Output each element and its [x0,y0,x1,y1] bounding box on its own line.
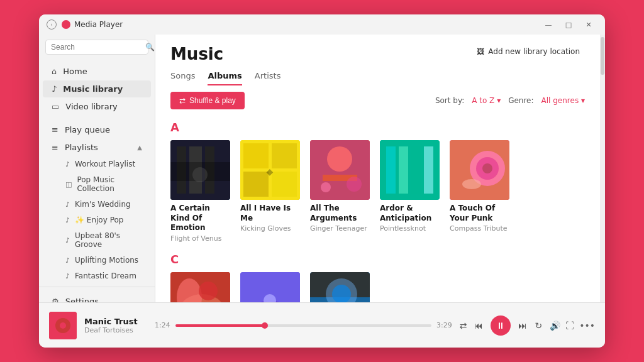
album-thumb-a2: ◆ [240,140,300,200]
playlist-item-enjoy-pop[interactable]: ♪ ✨ Enjoy Pop [43,212,151,228]
genre-value[interactable]: All genres ▾ [541,96,585,105]
playlist-music-icon-3: ♪ [65,200,70,209]
album-thumb-c2 [240,272,300,302]
sidebar-playlists-header[interactable]: ≡ Playlists ▲ [43,139,151,156]
add-library-button[interactable]: 🖼 Add new library location [472,45,585,58]
sidebar: 🔍 ⌂ Home ♪ Music library ▭ Video library [39,35,155,302]
genre-label: Genre: [508,96,533,105]
repeat-button[interactable]: ↻ [535,321,542,331]
album-artist-a5: Compass Tribute [450,224,509,233]
sort-value[interactable]: A to Z ▾ [472,96,501,105]
playlist-item-fantastic[interactable]: ♪ Fantastic Dream [43,268,151,283]
svg-rect-20 [411,146,421,194]
album-card-a4[interactable]: Ardor & Anticipation Pointlessknot [380,140,440,243]
album-name-a3: All The Arguments [310,204,370,223]
total-time: 3:29 [436,321,452,329]
progress-fill [175,324,265,327]
svg-point-25 [482,163,492,173]
album-card-a5[interactable]: A Touch Of Your Punk Compass Tribute [450,140,509,243]
album-card-a1[interactable]: A Certain Kind Of Emotion Flight of Venu… [170,140,230,243]
home-icon: ⌂ [52,67,57,76]
back-button[interactable]: ‹ [47,19,57,30]
sidebar-item-settings[interactable]: ⚙ Settings [43,293,151,302]
shuffle-play-button[interactable]: ⇄ Shuffle & play [170,92,245,109]
shuffle-label: Shuffle & play [189,96,236,105]
previous-button[interactable]: ⏮ [474,321,483,331]
playlist-pop-label: Pop Music Collection [77,175,142,193]
playlist-fantastic-label: Fantastic Dream [75,272,136,280]
minimize-button[interactable]: — [540,18,557,31]
add-library-icon: 🖼 [477,47,484,56]
app-title: Media Player [74,20,540,29]
svg-point-26 [462,179,481,189]
playlist-wedding-label: Kim's Wedding [75,200,131,209]
svg-rect-9 [243,172,269,197]
content-actions: 🖼 Add new library location [472,45,585,58]
album-card-c2[interactable]: Compromise Moves Fast Pete Brown [240,272,300,302]
album-card-c1[interactable]: Complete Strangers Corbin Revival [170,272,230,302]
albums-row-a: A Certain Kind Of Emotion Flight of Venu… [170,140,585,243]
sidebar-item-play-queue[interactable]: ≡ Play queue [43,121,151,138]
sort-genre-controls: Sort by: A to Z ▾ Genre: All genres ▾ [435,96,585,105]
maximize-button[interactable]: □ [560,18,577,31]
album-thumb-c3 [310,272,370,302]
svg-point-13 [327,146,352,172]
now-playing-progress: 1:24 3:29 [155,321,452,329]
shuffle-button[interactable]: ⇄ [460,321,467,331]
playlist-music-icon: ♪ [65,160,70,168]
scroll-thumb[interactable] [601,37,604,75]
svg-point-15 [321,182,331,192]
content-title-section: Music Songs Albums Artists [170,45,280,85]
playlist-workout-label: Workout Playlist [75,160,135,168]
more-options-button[interactable]: ••• [579,321,595,331]
svg-text:◆: ◆ [267,167,274,177]
tab-albums[interactable]: Albums [208,69,242,85]
playlist-music-icon-2: ◫ [65,180,72,189]
fullscreen-button[interactable]: ⛶ [565,321,574,331]
svg-rect-19 [399,146,408,194]
close-button[interactable]: ✕ [580,18,597,31]
playlist-item-workout[interactable]: ♪ Workout Playlist [43,156,151,172]
albums-row-c: Complete Strangers Corbin Revival [170,272,585,302]
tab-songs[interactable]: Songs [170,69,195,85]
window-controls: — □ ✕ [540,18,597,31]
sidebar-item-music-library[interactable]: ♪ Music library [43,80,151,97]
sidebar-item-video-label: Video library [65,102,117,111]
playlist-uplifting-label: Uplifting Motions [75,256,138,265]
albums-scroll[interactable]: A A Certai [155,116,600,302]
volume-button[interactable]: 🔊 [550,321,560,331]
chevron-up-icon: ▲ [137,144,142,151]
search-input[interactable] [51,43,145,52]
pause-button[interactable]: ⏸ [491,315,511,336]
playlist-music-icon-6: ♪ [65,256,70,265]
playlist-music-icon-7: ♪ [65,272,70,280]
album-artist-a1: Flight of Venus [170,234,230,243]
sidebar-item-home[interactable]: ⌂ Home [43,63,151,80]
progress-track[interactable] [175,324,431,327]
sidebar-item-video-library[interactable]: ▭ Video library [43,98,151,115]
now-playing-title: Manic Trust [84,317,147,326]
scroll-bar[interactable] [600,35,605,302]
svg-rect-21 [424,146,433,194]
album-thumb-a1 [170,140,230,200]
album-card-a3[interactable]: All The Arguments Ginger Teenager [310,140,370,243]
playlist-item-wedding[interactable]: ♪ Kim's Wedding [43,197,151,212]
album-card-a2[interactable]: ◆ All I Have Is Me Kicking Gloves [240,140,300,243]
tab-artists[interactable]: Artists [255,69,281,85]
next-button[interactable]: ⏭ [518,321,527,331]
sidebar-item-home-label: Home [63,67,87,76]
playlist-item-upbeat[interactable]: ♪ Upbeat 80's Groove [43,228,151,252]
playlist-item-pop[interactable]: ◫ Pop Music Collection [43,172,151,196]
progress-dot [262,322,268,329]
page-title: Music [170,45,280,63]
playlist-item-uplifting[interactable]: ♪ Uplifting Motions [43,253,151,268]
content-tabs: Songs Albums Artists [170,69,280,85]
album-name-a2: All I Have Is Me [240,204,300,223]
album-card-c3[interactable]: Crazy Times Saving Gabrielle [310,272,370,302]
app-window: ‹ Media Player — □ ✕ 🔍 ⌂ Home ♪ Music li [39,14,605,348]
album-thumb-a4 [380,140,440,200]
search-bar[interactable]: 🔍 [45,40,148,55]
album-thumb-a5 [450,140,509,200]
settings-icon: ⚙ [52,297,59,302]
playlists-list: ♪ Workout Playlist ◫ Pop Music Collectio… [39,156,155,283]
